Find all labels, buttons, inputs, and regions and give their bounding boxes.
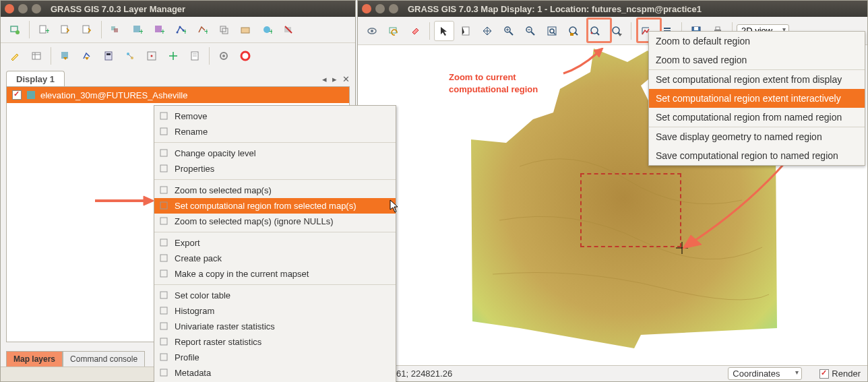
cursor-icon bbox=[390, 199, 399, 213]
layer-manager-titlebar[interactable]: GRASS GIS 7.0.3 Layer Manager bbox=[1, 1, 355, 17]
erase-button[interactable] bbox=[405, 21, 425, 41]
render-map-button[interactable] bbox=[362, 21, 382, 41]
render-checkbox[interactable] bbox=[819, 369, 829, 379]
remove-layer-button[interactable] bbox=[278, 20, 299, 40]
redraw-button[interactable] bbox=[383, 21, 404, 41]
add-misc-vector-button[interactable]: + bbox=[192, 20, 212, 40]
context-menu-item[interactable]: Rename bbox=[154, 124, 396, 139]
svg-rect-52 bbox=[160, 292, 167, 298]
cartographic-composer-button[interactable] bbox=[163, 46, 183, 66]
context-menu-item[interactable]: Export bbox=[154, 235, 396, 251]
raster-calculator-button[interactable] bbox=[98, 46, 119, 66]
import-vector-button[interactable] bbox=[77, 46, 97, 66]
statusbar-mode-select[interactable]: Coordinates bbox=[728, 367, 802, 380]
layer-visibility-checkbox[interactable] bbox=[12, 90, 22, 100]
context-menu-item[interactable]: Remove bbox=[154, 108, 396, 124]
minimize-icon[interactable] bbox=[375, 4, 385, 13]
svg-rect-28 bbox=[105, 52, 112, 60]
layer-row[interactable]: elevation_30m@FUTURES_Asheville bbox=[7, 87, 349, 103]
tab-close-icon[interactable]: ✕ bbox=[342, 74, 350, 84]
add-raster-button[interactable]: + bbox=[127, 20, 148, 40]
edit-vector-button[interactable] bbox=[5, 46, 25, 66]
context-menu-item[interactable]: Change opacity level bbox=[154, 146, 396, 161]
pointer-button[interactable] bbox=[434, 21, 454, 41]
dropdown-item[interactable]: Save display geometry to named region bbox=[649, 127, 865, 146]
svg-rect-17 bbox=[220, 26, 226, 32]
display-tab[interactable]: Display 1 bbox=[6, 71, 65, 86]
add-vector-button[interactable]: + bbox=[170, 20, 191, 40]
context-menu-item[interactable]: Univariate raster statistics bbox=[154, 319, 396, 334]
context-menu-item[interactable]: Zoom to selected map(s) (ignore NULLs) bbox=[154, 214, 396, 229]
map-display-titlebar[interactable]: GRASS GIS 7.0.3 Map Display: 1 - Locatio… bbox=[358, 1, 867, 17]
context-menu-item[interactable]: Histogram bbox=[154, 303, 396, 319]
workspace-new-button[interactable]: + bbox=[34, 20, 54, 40]
svg-rect-57 bbox=[160, 369, 167, 376]
add-group-button[interactable] bbox=[235, 20, 255, 40]
svg-line-73 bbox=[553, 32, 555, 34]
svg-point-12 bbox=[177, 32, 179, 34]
add-misc-raster-button[interactable]: + bbox=[149, 20, 169, 40]
dropdown-item[interactable]: Save computational region to named regio… bbox=[649, 146, 865, 165]
context-menu-item[interactable]: Properties bbox=[154, 161, 396, 177]
dropdown-item[interactable]: Zoom to default region bbox=[649, 32, 865, 51]
help-button[interactable] bbox=[235, 46, 255, 66]
dropdown-item[interactable]: Set computational region extent interact… bbox=[649, 89, 865, 108]
tab-map-layers[interactable]: Map layers bbox=[6, 351, 63, 367]
add-multiple-button[interactable] bbox=[106, 20, 126, 40]
svg-line-32 bbox=[129, 55, 131, 57]
menu-item-label: Univariate raster statistics bbox=[175, 321, 275, 331]
dropdown-item[interactable]: Zoom to saved region bbox=[649, 51, 865, 69]
pan-button[interactable] bbox=[477, 21, 497, 41]
zoom-computational-region-button[interactable] bbox=[563, 21, 584, 41]
georectify-button[interactable] bbox=[142, 46, 162, 66]
import-raster-button[interactable] bbox=[55, 46, 75, 66]
menu-item-label: Export bbox=[175, 238, 200, 248]
context-menu-item[interactable]: Make a copy in the current mapset bbox=[154, 266, 396, 282]
add-overlay-button[interactable] bbox=[214, 20, 234, 40]
dropdown-item[interactable]: Set computational region extent from dis… bbox=[649, 70, 865, 89]
close-icon[interactable] bbox=[362, 4, 371, 13]
menu-item-icon bbox=[158, 367, 169, 378]
workspace-save-button[interactable] bbox=[77, 20, 97, 40]
workspace-open-button[interactable] bbox=[55, 20, 75, 40]
menu-item-icon bbox=[158, 126, 169, 137]
maximize-icon[interactable] bbox=[32, 4, 41, 13]
zoom-out-button[interactable] bbox=[520, 21, 540, 41]
context-menu-item[interactable]: Set color table bbox=[154, 288, 396, 303]
region-selection-box bbox=[580, 173, 681, 247]
tab-scroll-left-icon[interactable]: ◂ bbox=[322, 74, 327, 84]
tab-command-console[interactable]: Command console bbox=[63, 351, 145, 367]
dropdown-item[interactable]: Set computational region from named regi… bbox=[649, 108, 865, 127]
context-menu-item[interactable]: Metadata bbox=[154, 365, 396, 381]
menu-item-label: Properties bbox=[175, 164, 214, 174]
menu-item-icon bbox=[158, 336, 169, 347]
menu-item-label: Metadata bbox=[175, 368, 211, 378]
svg-rect-45 bbox=[160, 165, 167, 172]
svg-rect-54 bbox=[160, 323, 167, 329]
menu-item-icon bbox=[158, 290, 169, 300]
tab-scroll-right-icon[interactable]: ▸ bbox=[332, 74, 337, 84]
query-button[interactable] bbox=[456, 21, 476, 41]
zoom-in-button[interactable] bbox=[499, 21, 519, 41]
close-icon[interactable] bbox=[5, 4, 14, 13]
new-display-button[interactable] bbox=[5, 20, 25, 40]
context-menu-item[interactable]: Zoom to selected map(s) bbox=[154, 183, 396, 198]
settings-button[interactable] bbox=[214, 46, 234, 66]
zoom-previous-button[interactable] bbox=[585, 21, 605, 41]
context-menu-item[interactable]: Profile bbox=[154, 350, 396, 365]
minimize-icon[interactable] bbox=[18, 4, 28, 13]
context-menu-item[interactable]: Create pack bbox=[154, 251, 396, 266]
modeler-button[interactable] bbox=[120, 46, 140, 66]
zoom-extent-button[interactable] bbox=[542, 21, 562, 41]
layer-manager-toolbar-1: + + + + + + bbox=[1, 17, 355, 43]
attribute-table-button[interactable] bbox=[26, 46, 46, 66]
svg-rect-7 bbox=[114, 28, 118, 32]
context-menu-item[interactable]: Report raster statistics bbox=[154, 334, 396, 350]
menu-item-icon bbox=[158, 268, 169, 279]
maximize-icon[interactable] bbox=[389, 4, 398, 13]
add-ws-button[interactable]: + bbox=[257, 20, 277, 40]
script-button[interactable] bbox=[185, 46, 205, 66]
context-menu-item[interactable]: Set computational region from selected m… bbox=[154, 198, 396, 214]
annotation-arrow-left bbox=[94, 194, 154, 208]
zoom-options-button[interactable] bbox=[607, 21, 627, 41]
